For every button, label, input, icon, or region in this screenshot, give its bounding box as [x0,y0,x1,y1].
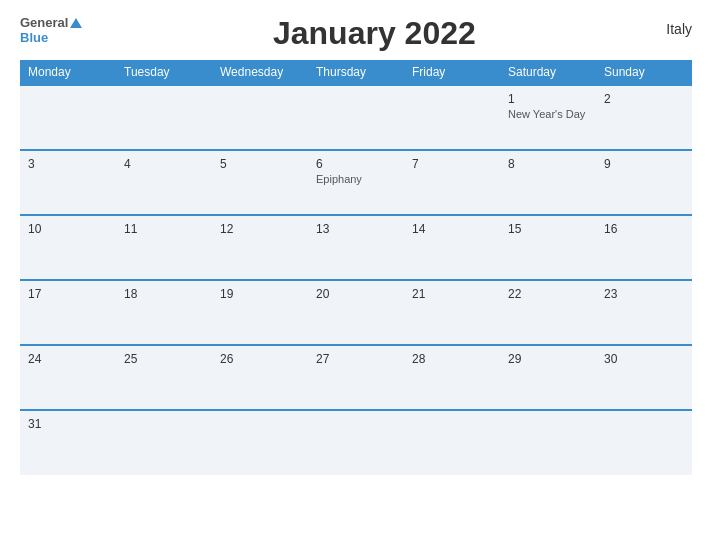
table-row: 28 [404,345,500,410]
day-number: 7 [412,157,492,171]
table-row: 27 [308,345,404,410]
day-number: 2 [604,92,684,106]
col-friday: Friday [404,60,500,85]
day-number: 17 [28,287,108,301]
day-number: 14 [412,222,492,236]
table-row: 1New Year's Day [500,85,596,150]
table-row: 13 [308,215,404,280]
logo: General Blue [20,15,82,45]
table-row: 19 [212,280,308,345]
table-row: 26 [212,345,308,410]
table-row: 14 [404,215,500,280]
day-number: 28 [412,352,492,366]
day-number: 30 [604,352,684,366]
day-number: 23 [604,287,684,301]
calendar-week-row: 17181920212223 [20,280,692,345]
day-number: 8 [508,157,588,171]
day-number: 16 [604,222,684,236]
col-wednesday: Wednesday [212,60,308,85]
day-number: 1 [508,92,588,106]
table-row [20,85,116,150]
day-number: 9 [604,157,684,171]
day-number: 21 [412,287,492,301]
calendar-week-row: 24252627282930 [20,345,692,410]
day-number: 3 [28,157,108,171]
col-monday: Monday [20,60,116,85]
day-number: 24 [28,352,108,366]
table-row: 5 [212,150,308,215]
day-number: 25 [124,352,204,366]
calendar-title: January 2022 [82,15,666,52]
table-row: 12 [212,215,308,280]
day-number: 29 [508,352,588,366]
day-number: 12 [220,222,300,236]
table-row: 31 [20,410,116,475]
day-number: 19 [220,287,300,301]
country-label: Italy [666,15,692,37]
calendar-week-row: 10111213141516 [20,215,692,280]
table-row: 21 [404,280,500,345]
day-number: 10 [28,222,108,236]
table-row: 29 [500,345,596,410]
table-row: 3 [20,150,116,215]
day-number: 4 [124,157,204,171]
table-row [212,410,308,475]
col-sunday: Sunday [596,60,692,85]
table-row: 30 [596,345,692,410]
day-number: 6 [316,157,396,171]
table-row [212,85,308,150]
calendar-page: General Blue January 2022 Italy Monday T… [0,0,712,550]
table-row [500,410,596,475]
table-row: 6Epiphany [308,150,404,215]
table-row: 11 [116,215,212,280]
day-number: 20 [316,287,396,301]
table-row [308,85,404,150]
calendar-week-row: 3456Epiphany789 [20,150,692,215]
table-row: 9 [596,150,692,215]
table-row: 15 [500,215,596,280]
table-row: 2 [596,85,692,150]
page-header: General Blue January 2022 Italy [20,15,692,52]
table-row: 23 [596,280,692,345]
table-row [596,410,692,475]
table-row: 10 [20,215,116,280]
table-row: 4 [116,150,212,215]
table-row: 24 [20,345,116,410]
logo-triangle-icon [70,18,82,28]
calendar-week-row: 31 [20,410,692,475]
table-row: 22 [500,280,596,345]
day-number: 15 [508,222,588,236]
table-row: 17 [20,280,116,345]
day-number: 13 [316,222,396,236]
table-row [116,85,212,150]
day-number: 18 [124,287,204,301]
table-row: 25 [116,345,212,410]
day-number: 31 [28,417,108,431]
table-row: 18 [116,280,212,345]
logo-general-text: General [20,15,68,30]
table-row [404,410,500,475]
table-row: 8 [500,150,596,215]
event-label: New Year's Day [508,108,588,120]
col-thursday: Thursday [308,60,404,85]
table-row [404,85,500,150]
calendar-header-row: Monday Tuesday Wednesday Thursday Friday… [20,60,692,85]
day-number: 5 [220,157,300,171]
day-number: 11 [124,222,204,236]
logo-blue-text: Blue [20,30,48,45]
day-number: 22 [508,287,588,301]
month-year-heading: January 2022 [82,15,666,52]
event-label: Epiphany [316,173,396,185]
table-row: 7 [404,150,500,215]
day-number: 26 [220,352,300,366]
col-tuesday: Tuesday [116,60,212,85]
table-row: 20 [308,280,404,345]
calendar-week-row: 1New Year's Day2 [20,85,692,150]
day-number: 27 [316,352,396,366]
table-row [116,410,212,475]
col-saturday: Saturday [500,60,596,85]
table-row: 16 [596,215,692,280]
table-row [308,410,404,475]
calendar-table: Monday Tuesday Wednesday Thursday Friday… [20,60,692,475]
